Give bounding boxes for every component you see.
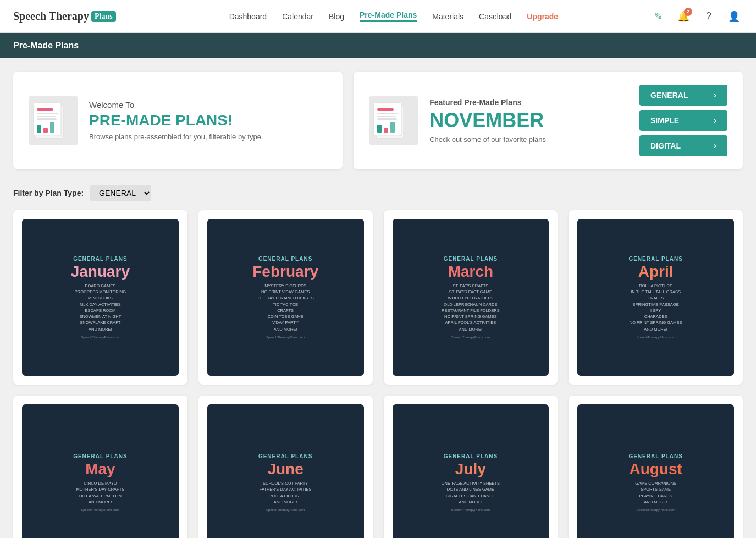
welcome-banner: Welcome To PRE-MADE PLANS! Browse plans … xyxy=(13,72,343,169)
svg-rect-8 xyxy=(50,122,54,133)
svg-rect-3 xyxy=(37,113,58,114)
featured-heading: NOVEMBER xyxy=(429,109,546,132)
card-august[interactable]: GENERAL PLANS August GAME COMPANIONSSPOR… xyxy=(569,396,743,538)
card-month-items: SCHOOL'S OUT PARTYFATHER'S DAY ACTIVITIE… xyxy=(260,480,312,505)
user-icon-btn[interactable]: 👤 xyxy=(725,8,743,25)
featured-banner-text: Featured Pre-Made Plans NOVEMBER Check o… xyxy=(429,98,546,144)
featured-digital-label: DIGITAL xyxy=(650,141,681,150)
plan-type-filter[interactable]: GENERAL SIMPLE DIGITAL xyxy=(90,185,151,201)
card-march[interactable]: GENERAL PLANS March ST. PAT'S CRAFTSST. … xyxy=(384,210,558,385)
featured-eyebrow: Featured Pre-Made Plans xyxy=(429,98,546,107)
card-april[interactable]: GENERAL PLANS April ROLL A PICTUREIN THE… xyxy=(569,210,743,385)
card-month-name: August xyxy=(629,460,682,478)
card-month-items: GAME COMPANIONSSPORTS GAMEPLAYING CARDSA… xyxy=(635,480,676,505)
svg-rect-2 xyxy=(37,108,53,111)
card-month-name: May xyxy=(85,460,115,478)
logo-plans-box: Plans xyxy=(91,11,116,22)
card-image-april: GENERAL PLANS April ROLL A PICTUREIN THE… xyxy=(577,219,734,376)
card-site-url: SpeechTherapyPlans.com xyxy=(451,508,490,512)
svg-rect-12 xyxy=(377,113,398,114)
help-icon-btn[interactable]: ? xyxy=(700,8,718,25)
card-header-label: GENERAL PLANS xyxy=(258,453,312,459)
svg-rect-7 xyxy=(43,128,48,133)
card-july[interactable]: GENERAL PLANS July ONE-PAGE ACTIVITY SHE… xyxy=(384,396,558,538)
card-image-january: GENERAL PLANS January BOARD GAMESPROGRES… xyxy=(22,219,179,376)
card-may[interactable]: GENERAL PLANS May CINCO DE MAYOMOTHER'S … xyxy=(13,396,187,538)
card-image-february: GENERAL PLANS February MYSTERY PICTURESN… xyxy=(207,219,364,376)
cards-grid: GENERAL PLANS January BOARD GAMESPROGRES… xyxy=(13,210,743,538)
card-header-label: GENERAL PLANS xyxy=(444,453,498,459)
card-site-url: SpeechTherapyPlans.com xyxy=(636,508,675,512)
svg-rect-15 xyxy=(377,125,382,133)
card-header-label: GENERAL PLANS xyxy=(444,256,498,262)
card-header-label: GENERAL PLANS xyxy=(258,256,312,262)
featured-description: Check out some of our favorite plans xyxy=(429,135,546,144)
logo-text-speech: Speech Therapy xyxy=(13,10,89,23)
nav-calendar[interactable]: Calendar xyxy=(282,12,313,21)
featured-digital-button[interactable]: DIGITAL › xyxy=(639,135,727,156)
welcome-banner-image xyxy=(29,96,78,145)
svg-rect-17 xyxy=(390,122,395,133)
card-site-url: SpeechTherapyPlans.com xyxy=(636,336,675,339)
notification-badge: 2 xyxy=(684,8,692,16)
nav-links: Dashboard Calendar Blog Pre-Made Plans M… xyxy=(138,10,649,22)
banners: Welcome To PRE-MADE PLANS! Browse plans … xyxy=(13,72,743,169)
card-june[interactable]: GENERAL PLANS June SCHOOL'S OUT PARTYFAT… xyxy=(198,396,373,538)
svg-rect-13 xyxy=(377,116,396,117)
card-site-url: SpeechTherapyPlans.com xyxy=(451,336,490,339)
card-header-label: GENERAL PLANS xyxy=(73,453,127,459)
nav-upgrade[interactable]: Upgrade xyxy=(527,12,558,21)
nav-icons: ✎ 🔔 2 ? 👤 xyxy=(649,8,743,25)
doc-illustration xyxy=(31,98,75,142)
page-title: Pre-Made Plans xyxy=(13,41,79,50)
card-month-items: ROLL A PICTUREIN THE TALL TALL GRASSCRAF… xyxy=(630,283,682,332)
card-header-label: GENERAL PLANS xyxy=(628,453,682,459)
featured-general-button[interactable]: GENERAL › xyxy=(639,85,727,106)
edit-icon-btn[interactable]: ✎ xyxy=(649,8,667,25)
nav-caseload[interactable]: Caseload xyxy=(479,12,511,21)
featured-banner-image xyxy=(369,96,418,145)
featured-general-label: GENERAL xyxy=(650,91,688,100)
digital-chevron-icon: › xyxy=(714,141,716,151)
card-header-label: GENERAL PLANS xyxy=(628,256,682,262)
card-month-items: CINCO DE MAYOMOTHER'S DAY CRAFTSDOT A WA… xyxy=(76,480,124,505)
filter-label: Filter by Plan Type: xyxy=(13,189,84,197)
card-site-url: SpeechTherapyPlans.com xyxy=(266,508,305,512)
card-site-url: SpeechTherapyPlans.com xyxy=(266,336,305,339)
featured-doc-illustration xyxy=(372,98,416,142)
card-month-name: January xyxy=(71,263,130,281)
card-image-august: GENERAL PLANS August GAME COMPANIONSSPOR… xyxy=(577,404,734,538)
svg-rect-5 xyxy=(37,118,57,120)
welcome-heading: PRE-MADE PLANS! xyxy=(89,112,263,129)
card-image-june: GENERAL PLANS June SCHOOL'S OUT PARTYFAT… xyxy=(207,404,364,538)
page-header: Pre-Made Plans xyxy=(0,33,756,58)
featured-buttons: GENERAL › SIMPLE › DIGITAL › xyxy=(639,85,727,156)
welcome-banner-text: Welcome To PRE-MADE PLANS! Browse plans … xyxy=(89,100,263,141)
simple-chevron-icon: › xyxy=(714,116,716,125)
svg-rect-16 xyxy=(384,128,388,133)
notification-icon-btn[interactable]: 🔔 2 xyxy=(675,8,692,25)
svg-rect-6 xyxy=(37,125,41,133)
featured-banner: Featured Pre-Made Plans NOVEMBER Check o… xyxy=(354,72,743,169)
card-january[interactable]: GENERAL PLANS January BOARD GAMESPROGRES… xyxy=(13,210,187,385)
card-month-name: March xyxy=(448,263,493,281)
card-month-name: July xyxy=(455,460,486,478)
card-february[interactable]: GENERAL PLANS February MYSTERY PICTURESN… xyxy=(198,210,373,385)
card-site-url: SpeechTherapyPlans.com xyxy=(81,336,119,339)
card-image-march: GENERAL PLANS March ST. PAT'S CRAFTSST. … xyxy=(393,219,549,376)
card-month-items: BOARD GAMESPROGRESS MONITORINGMINI BOOKS… xyxy=(75,283,126,332)
filter-bar: Filter by Plan Type: GENERAL SIMPLE DIGI… xyxy=(13,185,743,201)
card-month-name: June xyxy=(267,460,303,478)
featured-simple-button[interactable]: SIMPLE › xyxy=(639,110,727,131)
nav-blog[interactable]: Blog xyxy=(329,12,344,21)
nav-premade-plans[interactable]: Pre-Made Plans xyxy=(360,10,417,22)
svg-rect-11 xyxy=(377,108,394,111)
nav-materials[interactable]: Materials xyxy=(432,12,463,21)
nav-dashboard[interactable]: Dashboard xyxy=(229,12,267,21)
general-chevron-icon: › xyxy=(714,90,716,100)
main-content: Welcome To PRE-MADE PLANS! Browse plans … xyxy=(0,58,756,538)
svg-rect-4 xyxy=(37,116,56,117)
welcome-title: Welcome To xyxy=(89,100,263,109)
card-image-july: GENERAL PLANS July ONE-PAGE ACTIVITY SHE… xyxy=(393,404,549,538)
card-month-name: February xyxy=(252,263,318,281)
